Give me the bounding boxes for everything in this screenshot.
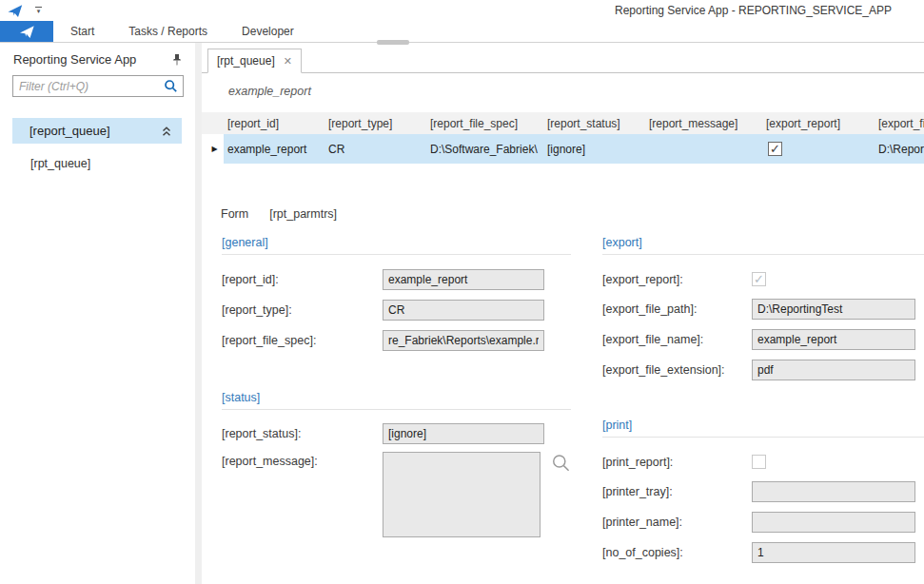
document-tab-bar: [rpt_queue] ✕ [202, 43, 924, 73]
sidebar-group-report-queue[interactable]: [report_queue] [12, 118, 182, 144]
titlebar: ▾ Reporting Service App - REPORTING_SERV… [0, 0, 924, 21]
field-row-report-message: [report_message]: [222, 452, 571, 537]
field-row-export-report: [export_report]: [602, 272, 924, 286]
field-row-export-file-extension: [export_file_extension]: [602, 360, 924, 380]
column-header-report-message[interactable]: [report_message] [645, 112, 762, 134]
report-id-input[interactable] [383, 269, 544, 290]
cell-report-status[interactable]: [ignore] [543, 134, 645, 164]
column-header-report-id[interactable]: [report_id] [224, 112, 324, 134]
export-file-name-input[interactable] [752, 329, 915, 350]
window-title: Reporting Service App - REPORTING_SERVIC… [42, 4, 924, 17]
export-file-path-label: [export_file_path]: [602, 302, 752, 316]
zoom-message-icon[interactable] [551, 453, 571, 473]
ribbon-tab-developer[interactable]: Developer [225, 21, 311, 42]
printer-tray-input[interactable] [752, 481, 915, 502]
form-right-column: [export] [export_report]: [export_file_p… [602, 236, 924, 563]
close-tab-icon[interactable]: ✕ [284, 55, 292, 68]
document-tab-rpt-queue[interactable]: [rpt_queue] ✕ [207, 49, 302, 73]
report-message-textarea[interactable] [383, 452, 541, 537]
report-queue-grid: [report_id] [report_type] [report_file_s… [202, 112, 924, 164]
navigation-sidebar: Reporting Service App [report_queue] [rp… [0, 43, 195, 584]
cell-report-message[interactable] [645, 134, 762, 164]
section-title-status: [status] [222, 391, 571, 410]
app-logo-paper-plane-icon [8, 4, 23, 18]
quick-access-dropdown-icon[interactable]: ▾ [35, 7, 42, 14]
column-header-report-status[interactable]: [report_status] [543, 112, 645, 134]
paper-plane-icon [19, 25, 35, 39]
section-title-export: [export] [602, 236, 924, 255]
sidebar-item-rpt-queue[interactable]: [rpt_queue] [30, 157, 195, 170]
grid-header-row: [report_id] [report_type] [report_file_s… [202, 112, 924, 134]
sidebar-splitter[interactable] [195, 43, 202, 584]
row-indicator: ▶ [202, 134, 224, 164]
printer-name-label: [printer_name]: [602, 516, 752, 529]
export-file-name-label: [export_file_name]: [602, 333, 752, 346]
export-file-path-input[interactable] [752, 299, 915, 320]
export-file-extension-input[interactable] [752, 360, 915, 380]
printer-name-input[interactable] [752, 512, 915, 533]
ribbon-tab-row: Start Tasks / Reports Developer [0, 21, 924, 43]
application-button[interactable] [0, 21, 53, 42]
column-header-report-type[interactable]: [report_type] [324, 112, 426, 134]
report-status-label: [report_status]: [222, 427, 383, 440]
cell-export-report [762, 134, 875, 164]
grid-indicator-header [202, 112, 224, 134]
row-indicator-arrow-icon: ▶ [211, 145, 217, 153]
printer-tray-label: [printer_tray]: [602, 485, 752, 498]
sidebar-title: Reporting Service App [13, 52, 136, 67]
app-window: ▾ Reporting Service App - REPORTING_SERV… [0, 0, 924, 584]
export-report-label: [export_report]: [602, 273, 752, 286]
field-row-no-of-copies: [no_of_copies]: [602, 542, 924, 563]
export-report-row-checkbox[interactable] [768, 142, 782, 156]
field-row-export-file-path: [export_file_path]: [602, 299, 924, 320]
sidebar-group-label: [report_queue] [29, 124, 110, 138]
pin-icon[interactable] [171, 53, 183, 66]
column-header-export-file[interactable]: [export_file [875, 112, 924, 134]
ribbon-grip[interactable] [377, 40, 409, 45]
collapse-chevrons-icon[interactable] [161, 126, 172, 137]
main-content: [rpt_queue] ✕ example_report [report_id]… [202, 43, 924, 584]
report-file-spec-input[interactable] [383, 330, 544, 351]
report-type-label: [report_type]: [222, 303, 383, 317]
report-message-label: [report_message]: [222, 452, 383, 468]
field-row-export-file-name: [export_file_name]: [602, 329, 924, 350]
detail-tab-rpt-parmtrs[interactable]: [rpt_parmtrs] [269, 207, 337, 221]
export-file-extension-label: [export_file_extension]: [602, 363, 752, 377]
detail-tab-form[interactable]: Form [221, 207, 248, 221]
report-type-input[interactable] [383, 300, 544, 321]
grid-row-example-report[interactable]: ▶ example_report CR D:\Software_Fabriek\… [202, 134, 924, 164]
filter-box [12, 75, 184, 97]
field-row-report-file-spec: [report_file_spec]: [222, 330, 571, 351]
document-tab-label: [rpt_queue] [217, 54, 275, 68]
column-header-report-file-spec[interactable]: [report_file_spec] [426, 112, 543, 134]
window-body: Reporting Service App [report_queue] [rp… [0, 43, 924, 584]
report-status-input[interactable] [383, 423, 544, 444]
field-row-report-id: [report_id]: [222, 269, 571, 290]
cell-export-file[interactable]: D:\Reportin [875, 134, 924, 164]
filter-input[interactable] [13, 80, 164, 93]
export-report-checkbox[interactable] [752, 272, 766, 286]
field-row-printer-tray: [printer_tray]: [602, 481, 924, 502]
ribbon-tab-start[interactable]: Start [53, 21, 111, 42]
print-report-label: [print_report]: [602, 456, 752, 469]
cell-report-type[interactable]: CR [324, 134, 426, 164]
field-row-report-status: [report_status]: [222, 423, 571, 444]
section-title-print: [print] [602, 419, 924, 438]
ribbon-tab-tasks-reports[interactable]: Tasks / Reports [111, 21, 225, 42]
field-row-print-report: [print_report]: [602, 455, 924, 469]
record-caption: example_report [228, 85, 924, 98]
field-row-report-type: [report_type]: [222, 300, 571, 321]
detail-tab-bar: Form [rpt_parmtrs] [221, 207, 924, 221]
sidebar-header: Reporting Service App [0, 43, 195, 67]
no-of-copies-label: [no_of_copies]: [602, 546, 752, 559]
section-title-general: [general] [222, 236, 571, 255]
field-row-printer-name: [printer_name]: [602, 512, 924, 533]
print-report-checkbox[interactable] [752, 455, 766, 469]
cell-report-file-spec[interactable]: D:\Software_Fabriek\ [426, 134, 543, 164]
detail-form: [general] [report_id]: [report_type]: [r… [202, 236, 924, 563]
search-icon[interactable] [164, 79, 178, 93]
column-header-export-report[interactable]: [export_report] [762, 112, 875, 134]
cell-report-id[interactable]: example_report [224, 134, 324, 164]
no-of-copies-input[interactable] [752, 542, 915, 563]
report-id-label: [report_id]: [222, 273, 383, 286]
